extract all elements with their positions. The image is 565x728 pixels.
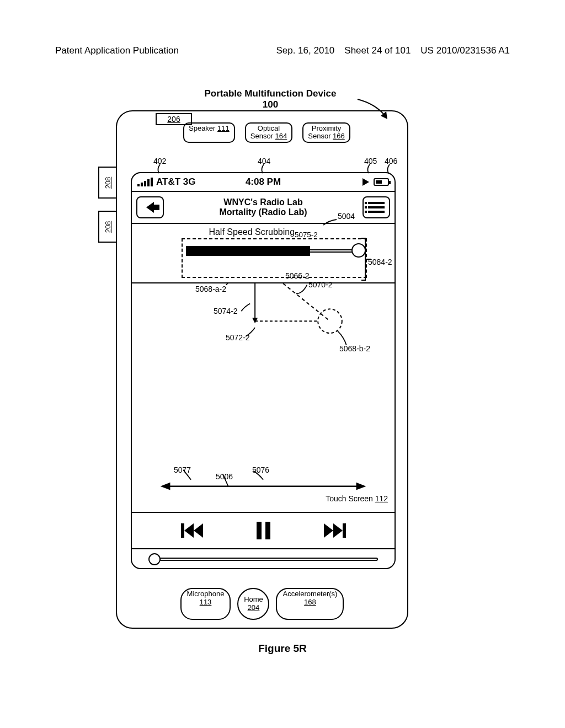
sensor-row: Speaker 111 OpticalSensor 164 ProximityS… [183,122,350,143]
artwork-area[interactable]: 5066-2 5070-2 5068-a-2 5074-2 5072-2 506… [132,283,395,513]
pub-date: Sep. 16, 2010 [276,45,334,56]
back-arrow-icon [146,202,154,213]
progress-track[interactable] [186,246,363,256]
ref-5077: 5077 [174,465,191,474]
battery-icon [374,178,389,186]
speaker-label: Speaker 111 [183,122,235,143]
ref-406: 406 [385,157,397,165]
device-frame: 206 208 208 Speaker 111 OpticalSensor 16… [116,110,408,629]
ref-5074-2: 5074-2 [214,307,238,315]
pub-sheet: Sheet 24 of 101 [344,45,411,56]
svg-marker-7 [161,483,170,490]
ref-5076: 5076 [252,465,269,474]
status-right [363,178,389,186]
ref-5072-2: 5072-2 [226,333,250,342]
microphone-label: Microphone113 [180,588,231,620]
scrub-mode-label: Half Speed Scrubbing5075-2 [132,227,395,239]
ref-5068-b-2: 5068-b-2 [339,344,370,353]
touch-screen[interactable]: AT&T 3G 4:08 PM WNYC's Radio Lab Mortali… [131,172,396,569]
ref-208-tab-upper: 208 [98,167,117,199]
device-ref-100: 100 [94,99,447,110]
svg-marker-5 [252,318,258,323]
ref-5066-2: 5066-2 [285,271,310,280]
ref-404: 404 [258,157,270,165]
ref-5004: 5004 [338,212,355,221]
ref-405: 405 [364,157,377,165]
ref-5084-2-box [182,238,367,278]
device-title: Portable Multifunction Device [94,88,447,99]
previous-button[interactable] [181,523,203,538]
ref-5084-2: 5084-2 [368,258,392,266]
pub-right: Sep. 16, 2010 Sheet 24 of 101 US 2010/02… [276,45,510,56]
bottom-sensor-row: Microphone113 Home204 Accelerometer(s)16… [117,588,407,620]
ref-5070-2: 5070-2 [308,280,333,289]
volume-thumb[interactable] [148,553,161,565]
touch-screen-label: Touch Screen 112 [326,494,388,503]
back-button[interactable] [136,196,164,218]
ref-5068-a-2: 5068-a-2 [195,285,226,293]
proximity-sensor-label: ProximitySensor 166 [302,122,350,143]
clock: 4:08 PM [132,176,395,188]
scrubber-region[interactable]: Half Speed Scrubbing5075-2 [132,224,395,283]
ref-208-tab-lower: 208 [98,211,117,243]
svg-marker-8 [356,483,366,490]
playing-indicator-icon [363,178,369,186]
pub-left: Patent Application Publication [55,45,179,56]
volume-slider[interactable] [132,549,395,569]
progress-fill [186,246,310,256]
now-playing-header: WNYC's Radio Lab Mortality (Radio Lab) [132,192,395,224]
status-bar: AT&T 3G 4:08 PM [132,173,395,192]
accelerometer-label: Accelerometer(s)168 [276,588,344,620]
figure-caption: Figure 5R [0,643,565,655]
playback-controls [132,513,395,549]
svg-line-1 [255,283,330,321]
ref-402: 402 [153,157,166,165]
next-button[interactable] [324,523,346,538]
tracklist-button[interactable] [363,196,390,218]
pause-button[interactable] [257,522,270,539]
page-header: Patent Application Publication Sep. 16, … [0,0,565,61]
volume-track [159,558,378,561]
list-icon [368,202,385,204]
figure-area: Portable Multifunction Device 100 206 20… [94,77,447,634]
pub-no: US 2010/0231536 A1 [420,45,510,56]
home-button[interactable]: Home204 [237,588,269,620]
optical-sensor-label: OpticalSensor 164 [245,122,293,143]
svg-point-2 [318,309,342,333]
track-title: WNYC's Radio Lab Mortality (Radio Lab) [219,197,307,218]
progress-thumb[interactable] [351,243,366,258]
ref-5006: 5006 [216,472,233,481]
